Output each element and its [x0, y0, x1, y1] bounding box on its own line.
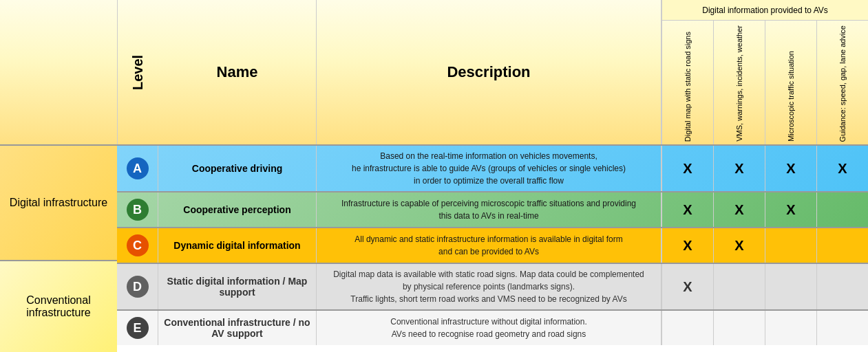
- check-cell-0: X: [661, 228, 713, 263]
- check-cell-3: [816, 228, 868, 263]
- level-header: Level: [117, 0, 158, 144]
- level-cell-d: D: [117, 264, 158, 309]
- desc-cell: Based on the real-time information on ve…: [317, 146, 661, 191]
- main-container: Digital infrastructure Conventional infr…: [0, 0, 868, 352]
- name-cell: Dynamic digital information: [158, 228, 317, 263]
- table-row: EConventional infrastructure / no AV sup…: [117, 309, 868, 345]
- check-cell-1: X: [713, 146, 765, 191]
- level-cell-b: B: [117, 192, 158, 227]
- desc-cell: Conventional infrastructure without digi…: [317, 311, 661, 345]
- check-cell-0: X: [661, 146, 713, 191]
- check-cell-3: [816, 264, 868, 309]
- level-cell-c: C: [117, 228, 158, 263]
- desc-cell: Digital map data is available with stati…: [317, 264, 661, 309]
- check-cell-2: [765, 311, 816, 345]
- digital-info-title: Digital information provided to AVs: [661, 0, 868, 21]
- check-cell-0: X: [661, 192, 713, 227]
- name-cell: Conventional infrastructure / no AV supp…: [158, 311, 317, 345]
- checks-group: XXXX: [661, 146, 868, 191]
- name-cell: Static digital information / Map support: [158, 264, 317, 309]
- check-cell-1: X: [713, 192, 765, 227]
- dinfo-col-4: Guidance: speed, gap, lane advice: [816, 21, 868, 144]
- checks-group: XX: [661, 228, 868, 263]
- check-cell-1: [713, 264, 765, 309]
- digital-info-header-col: Digital information provided to AVs Digi…: [661, 0, 868, 144]
- level-cell-e: E: [117, 311, 158, 345]
- left-header-spacer: [0, 0, 117, 144]
- name-cell: Cooperative driving: [158, 146, 317, 191]
- name-header: Name: [158, 0, 317, 144]
- desc-cell: All dynamic and static infrastructure in…: [317, 228, 661, 263]
- table-row: BCooperative perceptionInfrastructure is…: [117, 191, 868, 227]
- check-cell-0: [661, 311, 713, 345]
- checks-group: [661, 311, 868, 345]
- desc-cell: Infrastructure is capable of perceiving …: [317, 192, 661, 227]
- digital-info-subcols: Digital map with static road signs VMS, …: [661, 21, 868, 144]
- name-cell: Cooperative perception: [158, 192, 317, 227]
- header-row: Level Name Description Digital informati…: [117, 0, 868, 144]
- description-header: Description: [317, 0, 661, 144]
- check-cell-2: [765, 228, 816, 263]
- check-cell-2: X: [765, 192, 816, 227]
- level-badge: E: [127, 317, 149, 339]
- table-row: ACooperative drivingBased on the real-ti…: [117, 144, 868, 191]
- level-badge: C: [127, 234, 149, 256]
- left-labels: Digital infrastructure Conventional infr…: [0, 0, 117, 352]
- data-rows: ACooperative drivingBased on the real-ti…: [117, 144, 868, 352]
- level-badge: A: [127, 157, 149, 179]
- conventional-infrastructure-label: Conventional infrastructure: [0, 260, 117, 352]
- check-cell-3: [816, 311, 868, 345]
- level-badge: B: [127, 199, 149, 221]
- digital-infrastructure-label: Digital infrastructure: [0, 144, 117, 260]
- dinfo-col-2: VMS, warnings, incidents, weather: [713, 21, 765, 144]
- table-row: CDynamic digital informationAll dynamic …: [117, 227, 868, 263]
- check-cell-2: X: [765, 146, 816, 191]
- checks-group: XXX: [661, 192, 868, 227]
- check-cell-3: X: [816, 146, 868, 191]
- level-badge: D: [127, 276, 149, 298]
- level-cell-a: A: [117, 146, 158, 191]
- check-cell-1: [713, 311, 765, 345]
- main-area: Level Name Description Digital informati…: [117, 0, 868, 352]
- check-cell-3: [816, 192, 868, 227]
- table-row: DStatic digital information / Map suppor…: [117, 263, 868, 309]
- checks-group: X: [661, 264, 868, 309]
- dinfo-col-1: Digital map with static road signs: [661, 21, 713, 144]
- dinfo-col-3: Microscopic traffic situation: [765, 21, 816, 144]
- check-cell-1: X: [713, 228, 765, 263]
- check-cell-0: X: [661, 264, 713, 309]
- check-cell-2: [765, 264, 816, 309]
